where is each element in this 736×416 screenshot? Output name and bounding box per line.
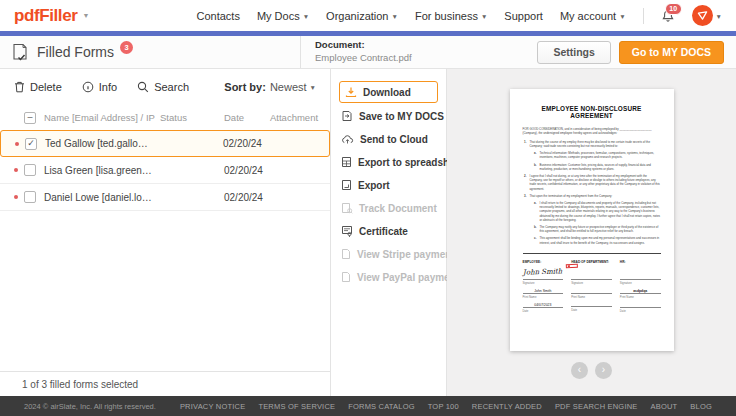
row-checkbox[interactable]: ✓ [25,138,37,150]
search-button[interactable]: Search [137,81,189,93]
action-label: View Stripe payments [357,249,460,260]
export-icon [341,179,352,191]
row-date: 02/20/24 [224,165,270,176]
delete-label: Delete [30,81,62,93]
document-name: Employee Contract.pdf [315,52,412,65]
export-to-spreadsheet-button[interactable]: Export to spreadsheet NEW [339,152,438,172]
export-button[interactable]: Export [339,175,438,195]
previous-page-button[interactable]: ‹ [571,362,588,379]
signature-line [571,276,612,281]
row-name: Daniel Lowe [daniel.lowe@email.em] / 83… [44,192,160,203]
signature-text: John Smith [522,267,562,276]
nav-support[interactable]: Support [504,10,543,22]
nav-organization[interactable]: Organization ▼ [326,10,398,22]
nav-for-business[interactable]: For business ▼ [415,10,487,22]
table-row[interactable]: ✓ Ted Gallow [ted.gallow@email.em] / 83.… [0,130,330,157]
document-clause: b. The Company may notify any future or … [523,225,661,233]
notifications-button[interactable]: 10 [661,9,675,23]
row-name: Ted Gallow [ted.gallow@email.em] / 83.4… [45,138,159,149]
info-button[interactable]: Info [82,81,117,93]
download-button[interactable]: Download [339,81,438,103]
footer-link-recently-added[interactable]: RECENTLY ADDED [472,402,542,411]
download-icon [345,86,357,98]
row-date: 02/20/24 [224,192,270,203]
sort-dropdown[interactable]: Newest ▼ [270,81,316,93]
nav-divider [643,8,644,24]
clause-text: I agree that I shall not during, or at a… [530,174,661,191]
head-of-department-signature-column: HEAD OF DEPARTMENT: Signature Print Name… [571,260,612,318]
page-title: Filled Forms [37,44,114,60]
certificate-button[interactable]: Certificate [339,221,438,241]
employee-heading: EMPLOYEE: [523,260,564,264]
unread-dot-icon [14,195,18,199]
nav-label: My Docs [257,10,300,22]
column-attachment: Attachment [270,112,322,123]
nav-contacts[interactable]: Contacts [196,10,239,22]
account-menu[interactable]: ▼ [692,5,722,26]
row-checkbox[interactable] [24,164,36,176]
document-clause: a. Technical information: Methods, proce… [523,151,661,159]
unread-dot-icon [14,168,18,172]
nav-label: For business [415,10,478,22]
cloud-upload-icon [341,133,354,145]
logo-chevron-down-icon[interactable]: ▼ [82,12,89,19]
filled-forms-count-badge: 3 [120,41,133,54]
footer-link-forms-catalog[interactable]: FORMS CATALOG [348,402,415,411]
clause-text: The Company may notify any future or pro… [540,225,661,233]
chevron-down-icon: ▼ [391,12,397,20]
delete-button[interactable]: Delete [14,81,62,93]
date-line [620,303,661,308]
print-name-line: asdpdqa [620,289,661,294]
clause-number: c. [533,236,540,244]
clause-text: That upon the termination of my employme… [530,194,613,198]
notifications-badge: 10 [665,3,682,15]
table-row[interactable]: Daniel Lowe [daniel.lowe@email.em] / 83…… [0,184,330,211]
print-name-caption: Print Name [571,295,612,299]
clause-number: 2. [523,174,530,191]
send-to-cloud-button[interactable]: Send to Cloud [339,129,438,149]
settings-button[interactable]: Settings [537,41,610,64]
table-row[interactable]: Lisa Green [lisa.green@email.em] / 83.43… [0,157,330,184]
trash-icon [14,81,25,93]
unread-dot-icon [15,142,19,146]
nav-my-account[interactable]: My account ▼ [560,10,626,22]
actions-panel: Download Save to MY DOCS Send to Cloud [331,69,447,396]
select-all-checkbox[interactable]: – [24,112,36,124]
sort-by-label: Sort by: [224,81,266,93]
chevron-down-icon: ▼ [310,83,316,91]
column-name: Name [Email Address] / IP [44,112,160,123]
signature-caption: Signature [523,281,564,285]
subheader-actions: Settings Go to MY DOCS [537,41,724,64]
pdffiller-logo[interactable]: pdfFiller [14,6,77,26]
go-to-my-docs-button[interactable]: Go to MY DOCS [619,41,724,64]
clause-number: 3. [523,194,530,198]
footer-link-about[interactable]: ABOUT [651,402,678,411]
top-nav: Contacts My Docs ▼ Organization ▼ For bu… [196,5,722,26]
nav-my-docs[interactable]: My Docs ▼ [257,10,309,22]
footer-link-top-100[interactable]: TOP 100 [428,402,459,411]
signature-block: EMPLOYEE: John Smith Signature John Smit… [523,260,661,318]
list-toolbar: Delete Info Search S [0,69,330,105]
date-line: 04/07/2023 [523,303,564,308]
clause-number: a. [533,151,540,159]
footer-links: PRIVACY NOTICE TERMS OF SERVICE FORMS CA… [180,402,712,411]
view-paypal-payments-button: View PayPal payments [339,267,438,287]
sort-value: Newest [270,81,307,93]
row-checkbox[interactable] [24,191,36,203]
paypal-payments-icon [341,271,351,283]
view-stripe-payments-button: View Stripe payments [339,244,438,264]
signature-caption: Signature [620,281,661,285]
save-to-my-docs-button[interactable]: Save to MY DOCS [339,106,438,126]
action-label: Save to MY DOCS [359,111,444,122]
date-caption: Date [571,308,612,312]
print-name-caption: Print Name [620,295,661,299]
footer-link-blog[interactable]: BLOG [690,402,712,411]
footer-link-privacy-notice[interactable]: PRIVACY NOTICE [180,402,245,411]
next-page-button[interactable]: › [595,362,612,379]
date-caption: Date [620,309,661,313]
print-name-line: John Smith [523,289,564,294]
nav-label: Support [504,10,543,22]
footer-link-pdf-search-engine[interactable]: PDF SEARCH ENGINE [555,402,638,411]
footer-link-terms-of-service[interactable]: TERMS OF SERVICE [258,402,335,411]
clause-number: 1. [523,140,530,148]
